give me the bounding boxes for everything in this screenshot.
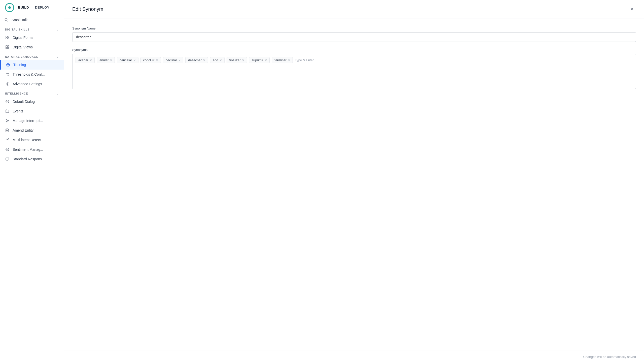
sentiment-icon xyxy=(5,147,10,152)
digital-skills-label: DIGITAL SKILLS xyxy=(5,28,29,31)
tag-remove-acabar[interactable]: × xyxy=(90,58,92,62)
svg-point-0 xyxy=(5,19,7,21)
chevron-down-icon-nl: ⌄ xyxy=(56,55,59,58)
svg-line-30 xyxy=(7,120,8,121)
tag-label-acabar: acabar xyxy=(78,58,88,62)
tag-remove-end[interactable]: × xyxy=(220,58,222,62)
sidebar-item-digital-forms[interactable]: Digital Forms xyxy=(0,33,64,42)
chevron-down-icon-int: ⌄ xyxy=(56,92,59,95)
svg-point-29 xyxy=(6,122,7,122)
search-icon xyxy=(4,18,9,22)
svg-rect-23 xyxy=(6,110,9,113)
amend-entity-icon xyxy=(5,128,10,133)
sidebar-item-digital-views[interactable]: Digital Views xyxy=(0,42,64,52)
sidebar-label-advanced-settings: Advanced Settings xyxy=(13,82,42,86)
tag-concluir: concluir× xyxy=(140,57,161,63)
nav-deploy[interactable]: DEPLOY xyxy=(35,6,49,9)
tag-remove-suprimir[interactable]: × xyxy=(265,58,267,62)
sidebar-item-default-dialog[interactable]: Default Dialog xyxy=(0,97,64,106)
sidebar-label-training: Training xyxy=(13,63,26,67)
tag-input[interactable] xyxy=(295,57,337,63)
nav-build[interactable]: BUILD xyxy=(18,6,29,9)
sidebar-label-standard-responses: Standard Respons... xyxy=(13,157,45,161)
tag-label-finalizar: finalizar xyxy=(229,58,241,62)
tag-label-declinar: declinar xyxy=(166,58,177,62)
tag-desechar: desechar× xyxy=(185,57,208,63)
svg-point-28 xyxy=(8,120,9,121)
sidebar-label-multi-intent: Multi intent Detect... xyxy=(13,138,44,142)
modal-title: Edit Synonym xyxy=(72,6,103,12)
svg-point-21 xyxy=(6,100,9,103)
tag-end: end× xyxy=(210,57,225,63)
sidebar-section-intelligence[interactable]: INTELLIGENCE ⌄ xyxy=(0,89,64,97)
svg-point-11 xyxy=(8,64,9,65)
sidebar-label-thresholds: Thresholds & Conf... xyxy=(13,72,45,76)
intelligence-label: INTELLIGENCE xyxy=(5,92,28,95)
sidebar-label-default-dialog: Default Dialog xyxy=(13,100,35,104)
svg-rect-3 xyxy=(8,36,9,37)
auto-save-text: Changes will be automatically saved xyxy=(583,355,636,359)
tag-terminar: terminar× xyxy=(272,57,293,63)
tag-label-concluir: concluir xyxy=(143,58,155,62)
tag-suprimir: suprimir× xyxy=(249,57,270,63)
sidebar-item-standard-responses[interactable]: Standard Respons... xyxy=(0,154,64,164)
modal-header: Edit Synonym × xyxy=(64,0,644,18)
tag-remove-declinar[interactable]: × xyxy=(178,58,181,62)
sidebar-item-thresholds[interactable]: Thresholds & Conf... xyxy=(0,70,64,79)
sidebar-label-digital-views: Digital Views xyxy=(13,45,33,49)
svg-line-31 xyxy=(7,121,8,122)
natural-language-label: NATURAL LANGUAGE xyxy=(5,55,38,58)
digital-forms-icon xyxy=(5,35,10,40)
synonyms-label: Synonyms xyxy=(72,48,636,52)
svg-point-18 xyxy=(6,73,7,74)
svg-point-35 xyxy=(8,149,8,149)
sidebar-item-multi-intent[interactable]: Multi intent Detect... xyxy=(0,135,64,145)
sidebar-item-manage-interruptions[interactable]: Manage Interrupti... xyxy=(0,116,64,126)
thresholds-icon xyxy=(5,72,10,77)
tag-label-cancelar: cancelar xyxy=(120,58,132,62)
svg-point-34 xyxy=(7,149,7,149)
sidebar-item-sentiment[interactable]: Sentiment Manag... xyxy=(0,145,64,154)
multi-intent-icon xyxy=(5,138,10,142)
logo-icon xyxy=(5,3,14,12)
tag-remove-concluir[interactable]: × xyxy=(156,58,158,62)
sidebar-item-training[interactable]: Training xyxy=(0,60,64,70)
sidebar: BUILD DEPLOY Small Talk DIGITAL SKILLS ⌄ xyxy=(0,0,64,363)
tag-remove-terminar[interactable]: × xyxy=(288,58,290,62)
tag-cancelar: cancelar× xyxy=(117,57,138,63)
events-icon xyxy=(5,109,10,113)
standard-responses-icon xyxy=(5,157,10,161)
tag-label-suprimir: suprimir xyxy=(252,58,263,62)
svg-point-33 xyxy=(6,148,9,151)
sidebar-section-digital-skills[interactable]: DIGITAL SKILLS ⌄ xyxy=(0,25,64,33)
modal-body: Synonym Name Synonyms acabar×anular×canc… xyxy=(64,18,644,350)
main-content: Edit Synonym × Synonym Name Synonyms aca… xyxy=(64,0,644,363)
tag-remove-finalizar[interactable]: × xyxy=(242,58,244,62)
digital-views-icon xyxy=(5,45,10,49)
sidebar-label-events: Events xyxy=(13,109,23,113)
tag-label-terminar: terminar xyxy=(274,58,287,62)
tag-anular: anular× xyxy=(97,57,115,63)
svg-rect-8 xyxy=(6,47,7,49)
close-button[interactable]: × xyxy=(628,5,636,13)
sidebar-section-natural-language[interactable]: NATURAL LANGUAGE ⌄ xyxy=(0,52,64,60)
sidebar-item-amend-entity[interactable]: Amend Entity xyxy=(0,126,64,135)
sidebar-label-manage-interruptions: Manage Interrupti... xyxy=(13,119,43,123)
svg-rect-2 xyxy=(6,36,7,37)
top-nav: BUILD DEPLOY xyxy=(18,6,49,9)
sidebar-label-digital-forms: Digital Forms xyxy=(13,36,33,40)
synonyms-field: Synonyms acabar×anular×cancelar×concluir… xyxy=(72,48,636,89)
svg-rect-36 xyxy=(6,158,9,160)
synonym-name-input[interactable] xyxy=(72,32,636,42)
tag-remove-anular[interactable]: × xyxy=(110,58,112,62)
tag-remove-desechar[interactable]: × xyxy=(203,58,205,62)
svg-rect-5 xyxy=(8,38,9,39)
sidebar-item-small-talk[interactable]: Small Talk xyxy=(0,15,64,25)
sidebar-item-events[interactable]: Events xyxy=(0,106,64,116)
tag-declinar: declinar× xyxy=(163,57,184,63)
sidebar-item-advanced-settings[interactable]: Advanced Settings xyxy=(0,79,64,89)
manage-interruptions-icon xyxy=(5,118,10,123)
synonyms-box[interactable]: acabar×anular×cancelar×concluir×declinar… xyxy=(72,54,636,89)
advanced-settings-icon xyxy=(5,82,10,86)
tag-remove-cancelar[interactable]: × xyxy=(133,58,135,62)
